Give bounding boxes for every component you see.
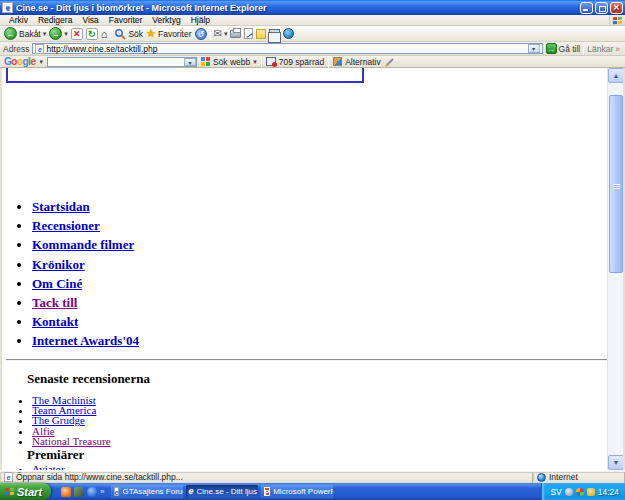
favorites-star-icon: ★ — [146, 27, 156, 40]
google-dice-icon — [201, 57, 210, 66]
menu-visa[interactable]: Visa — [77, 15, 103, 25]
menu-hjalp[interactable]: Hjälp — [186, 15, 215, 25]
premiere-link-aviator[interactable]: Aviator — [32, 463, 65, 470]
quick-launch-ie-icon[interactable] — [87, 487, 97, 497]
list-item: Recensioner — [32, 220, 139, 232]
google-search-web-button[interactable]: Sök webb ▾ — [201, 57, 257, 67]
fullscreen-button[interactable] — [269, 29, 280, 38]
forward-button[interactable]: → ▾ — [49, 27, 68, 40]
tray-update-icon[interactable] — [587, 488, 595, 496]
address-input[interactable]: e http://www.cine.se/tacktill.php ▾ — [32, 43, 542, 54]
back-button[interactable]: ← Bakåt ▾ — [4, 27, 46, 40]
google-separator — [328, 56, 329, 68]
minimize-button[interactable] — [580, 2, 593, 14]
list-item: National Treasure — [32, 436, 111, 446]
vertical-scrollbar[interactable]: ▲ ▼ — [607, 68, 623, 470]
discuss-button[interactable] — [256, 29, 266, 39]
nav-link-tack-till[interactable]: Tack till — [32, 295, 77, 310]
security-zone-panel: Internet — [533, 472, 625, 483]
popup-blocker-button[interactable]: 709 spärrad — [266, 57, 324, 67]
go-label: Gå till — [559, 44, 581, 54]
forward-dropdown-icon[interactable]: ▾ — [64, 30, 68, 38]
messenger-button[interactable] — [283, 28, 294, 39]
quick-launch-icon-1[interactable] — [61, 487, 71, 497]
print-button[interactable] — [230, 30, 241, 38]
favorites-button[interactable]: ★ Favoriter — [146, 27, 191, 40]
status-bar: e Öppnar sida http://www.cine.se/tacktil… — [0, 470, 625, 483]
task-cine-se[interactable]: e Cine.se - Ditt ljus i bio... — [186, 485, 258, 498]
start-label: Start — [17, 486, 42, 498]
nav-link-internet-awards[interactable]: Internet Awards'04 — [32, 333, 139, 348]
address-dropdown-icon[interactable]: ▾ — [528, 44, 540, 53]
google-logo-dropdown-icon[interactable]: ▾ — [39, 58, 43, 66]
options-label: Alternativ — [345, 57, 380, 67]
scrollbar-thumb[interactable] — [609, 95, 623, 273]
google-toolbar: Google ▾ ▾ Sök webb ▾ 709 spärrad Altern… — [0, 56, 625, 68]
tray-volume-icon[interactable] — [565, 488, 573, 496]
ie-document-icon: e — [114, 487, 120, 496]
history-button[interactable]: ↺ — [195, 28, 207, 40]
address-label: Adress — [3, 44, 29, 54]
task-powerpoint[interactable]: P Microsoft PowerPoint ... — [261, 485, 333, 498]
status-message-panel: e Öppnar sida http://www.cine.se/tacktil… — [0, 472, 533, 483]
ie-icon: e — [189, 487, 194, 496]
toolbar-separator — [110, 28, 111, 40]
menu-verktyg[interactable]: Verktyg — [147, 15, 185, 25]
address-bar: Adress e http://www.cine.se/tacktill.php… — [0, 42, 625, 56]
stop-button[interactable]: ✕ — [71, 28, 83, 40]
taskbar: Start » e GTAsajtens Forum ->... e Cine.… — [0, 483, 625, 500]
start-button[interactable]: Start — [0, 483, 51, 500]
quick-launch-icon-2[interactable] — [74, 487, 84, 497]
go-arrow-icon: → — [546, 43, 557, 54]
scroll-up-icon[interactable]: ▲ — [608, 68, 624, 83]
refresh-button[interactable]: ↻ — [86, 28, 98, 40]
list-item: Tack till — [32, 297, 139, 309]
site-navigation: Startsidan Recensioner Kommande filmer K… — [32, 201, 139, 355]
nav-link-kronikor[interactable]: Krönikor — [32, 257, 85, 272]
review-link-national-treasure[interactable]: National Treasure — [32, 435, 111, 447]
list-item: Krönikor — [32, 259, 139, 271]
popup-blocker-icon — [266, 57, 276, 66]
go-button[interactable]: → Gå till — [546, 43, 581, 54]
scroll-down-icon[interactable]: ▼ — [608, 455, 624, 470]
search-web-dropdown-icon[interactable]: ▾ — [253, 58, 257, 66]
language-indicator[interactable]: SV — [550, 487, 561, 497]
options-button[interactable]: Alternativ — [333, 57, 380, 67]
google-separator — [261, 56, 262, 68]
search-button[interactable]: Sök — [114, 28, 143, 40]
close-button[interactable] — [610, 2, 623, 14]
highlighter-icon[interactable] — [385, 57, 395, 67]
menu-favoriter[interactable]: Favoriter — [104, 15, 148, 25]
nav-link-om-cine[interactable]: Om Ciné — [32, 276, 82, 291]
menu-redigera[interactable]: Redigera — [33, 15, 78, 25]
edit-button[interactable] — [244, 28, 253, 39]
nav-link-kontakt[interactable]: Kontakt — [32, 314, 78, 329]
links-toolbar[interactable]: Länkar » — [587, 44, 622, 54]
search-icon — [114, 28, 126, 40]
task-label: Cine.se - Ditt ljus i bio... — [197, 487, 258, 496]
status-page-icon: e — [4, 472, 13, 482]
nav-link-kommande-filmer[interactable]: Kommande filmer — [32, 237, 134, 252]
restore-button[interactable] — [595, 2, 608, 14]
menu-bar: Arkiv Redigera Visa Favoriter Verktyg Hj… — [0, 15, 625, 26]
ie-window-icon: e — [2, 2, 13, 13]
nav-link-recensioner[interactable]: Recensioner — [32, 218, 100, 233]
task-gtasajtens-forum[interactable]: e GTAsajtens Forum ->... — [111, 485, 183, 498]
back-dropdown-icon[interactable]: ▾ — [43, 30, 47, 38]
list-item: Startsidan — [32, 201, 139, 213]
home-button[interactable]: ⌂ — [101, 28, 108, 40]
mail-dropdown-icon[interactable]: ▾ — [224, 30, 228, 38]
content-divider — [6, 359, 607, 361]
banner-placeholder — [6, 68, 364, 83]
quick-launch-overflow-icon[interactable]: » — [100, 487, 104, 496]
nav-link-startsidan[interactable]: Startsidan — [32, 199, 90, 214]
google-search-input[interactable]: ▾ — [47, 57, 197, 67]
list-item: Internet Awards'04 — [32, 335, 139, 347]
google-search-dropdown-icon[interactable]: ▾ — [184, 58, 196, 66]
blocked-count-label: 709 spärrad — [279, 57, 324, 67]
mail-button[interactable]: ✉ ▾ — [214, 28, 228, 39]
menu-arkiv[interactable]: Arkiv — [4, 15, 33, 25]
tray-app-icon[interactable] — [576, 488, 584, 496]
quick-launch-bar: » — [57, 483, 108, 500]
google-logo[interactable]: Google — [4, 56, 35, 67]
